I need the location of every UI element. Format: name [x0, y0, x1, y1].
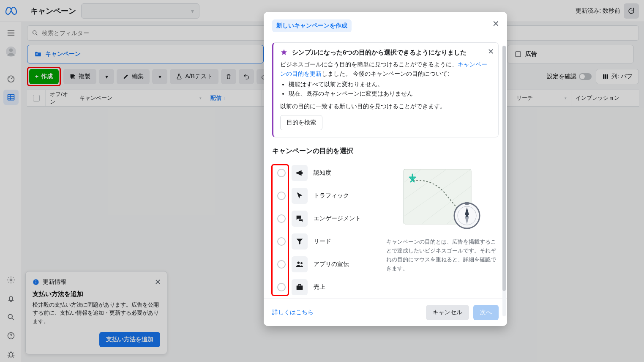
objective-label: 売上 — [314, 283, 325, 291]
svg-rect-26 — [465, 202, 469, 205]
create-campaign-modal: ✕ 新しいキャンペーンを作成 ✕ シンプルになった6つの目的から選択できるように… — [264, 12, 507, 326]
objective-update-info: ✕ シンプルになった6つの目的から選択できるようになりました ビジネスゴールに合… — [272, 42, 499, 137]
infobox-bullet: 現在、既存のキャンペーンに変更はありません — [289, 89, 491, 99]
users-icon — [292, 256, 308, 272]
infobox-footer: 以前の目的に一致する新しい目的を見つけることができます。 — [280, 102, 491, 111]
radio-button[interactable] — [277, 283, 286, 291]
megaphone-icon — [292, 165, 308, 181]
objective-preview: キャンペーンの目的とは、広告を掲載することで達成したいビジネスゴールです。それぞ… — [386, 162, 499, 299]
objective-engagement[interactable]: エンゲージメント — [272, 207, 379, 230]
svg-point-19 — [297, 262, 300, 264]
radio-button[interactable] — [277, 169, 286, 177]
objective-label: アプリの宣伝 — [314, 261, 349, 268]
objectives-section-title: キャンペーンの目的を選択 — [272, 147, 499, 156]
objective-label: トラフィック — [314, 192, 349, 200]
funnel-icon — [292, 233, 308, 250]
modal-footer: 詳しくはこちら キャンセル 次へ — [264, 299, 507, 326]
compass-map-illustration — [396, 162, 489, 233]
infobox-bullet: 機能はすべて以前と変わりません。 — [289, 80, 491, 89]
svg-point-20 — [300, 262, 303, 264]
radio-button[interactable] — [277, 260, 286, 269]
cancel-button[interactable]: キャンセル — [426, 305, 469, 320]
close-modal-button[interactable]: ✕ — [492, 19, 499, 29]
infobox-body-post: しました。 今後のキャンペーンの目的について: — [322, 70, 449, 77]
objective-app-promotion[interactable]: アプリの宣伝 — [272, 253, 379, 276]
comments-icon — [292, 211, 308, 227]
objective-list: 認知度 トラフィック エンゲージメント — [272, 162, 379, 299]
objective-label: 認知度 — [314, 169, 331, 177]
cursor-icon — [292, 188, 308, 204]
objective-sales[interactable]: 売上 — [272, 276, 379, 299]
star-icon — [280, 49, 288, 56]
next-button[interactable]: 次へ — [473, 305, 499, 320]
objective-label: エンゲージメント — [314, 215, 361, 222]
objective-label: リード — [314, 238, 331, 245]
search-objective-button[interactable]: 目的を検索 — [280, 115, 322, 130]
modal-tab-label: 新しいキャンペーンを作成 — [272, 19, 352, 32]
infobox-title: シンプルになった6つの目的から選択できるようになりました — [292, 49, 467, 57]
briefcase-icon — [292, 279, 308, 295]
svg-point-25 — [466, 214, 468, 217]
objective-awareness[interactable]: 認知度 — [272, 162, 379, 184]
close-infobox-button[interactable]: ✕ — [488, 47, 494, 56]
preview-description: キャンペーンの目的とは、広告を掲載することで達成したいビジネスゴールです。それぞ… — [386, 238, 499, 273]
modal-scrollbar[interactable] — [502, 46, 506, 316]
radio-button[interactable] — [277, 192, 286, 200]
radio-button[interactable] — [277, 237, 286, 246]
objective-leads[interactable]: リード — [272, 230, 379, 253]
svg-rect-21 — [297, 286, 303, 290]
objective-traffic[interactable]: トラフィック — [272, 184, 379, 207]
infobox-body-pre: ビジネスゴールに合う目的を簡単に見つけることができるように、 — [280, 61, 458, 68]
radio-button[interactable] — [277, 214, 286, 223]
learn-more-link[interactable]: 詳しくはこちら — [272, 309, 314, 316]
